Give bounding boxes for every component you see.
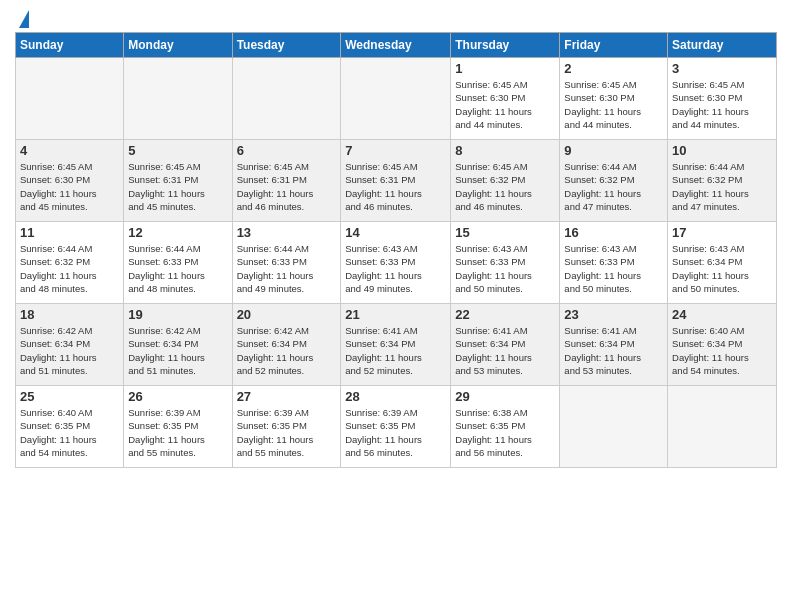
day-info: Sunrise: 6:42 AM Sunset: 6:34 PM Dayligh… <box>237 324 337 377</box>
day-info: Sunrise: 6:39 AM Sunset: 6:35 PM Dayligh… <box>128 406 227 459</box>
header <box>15 10 777 24</box>
calendar-cell: 9Sunrise: 6:44 AM Sunset: 6:32 PM Daylig… <box>560 140 668 222</box>
calendar-cell: 15Sunrise: 6:43 AM Sunset: 6:33 PM Dayli… <box>451 222 560 304</box>
day-info: Sunrise: 6:38 AM Sunset: 6:35 PM Dayligh… <box>455 406 555 459</box>
page: SundayMondayTuesdayWednesdayThursdayFrid… <box>0 0 792 612</box>
day-number: 21 <box>345 307 446 322</box>
calendar-cell: 20Sunrise: 6:42 AM Sunset: 6:34 PM Dayli… <box>232 304 341 386</box>
day-number: 3 <box>672 61 772 76</box>
calendar-cell: 3Sunrise: 6:45 AM Sunset: 6:30 PM Daylig… <box>668 58 777 140</box>
day-info: Sunrise: 6:45 AM Sunset: 6:31 PM Dayligh… <box>128 160 227 213</box>
day-number: 7 <box>345 143 446 158</box>
calendar-cell: 7Sunrise: 6:45 AM Sunset: 6:31 PM Daylig… <box>341 140 451 222</box>
day-info: Sunrise: 6:45 AM Sunset: 6:30 PM Dayligh… <box>455 78 555 131</box>
day-info: Sunrise: 6:39 AM Sunset: 6:35 PM Dayligh… <box>237 406 337 459</box>
week-row-4: 18Sunrise: 6:42 AM Sunset: 6:34 PM Dayli… <box>16 304 777 386</box>
calendar-cell: 11Sunrise: 6:44 AM Sunset: 6:32 PM Dayli… <box>16 222 124 304</box>
calendar-cell: 29Sunrise: 6:38 AM Sunset: 6:35 PM Dayli… <box>451 386 560 468</box>
logo-area <box>15 10 29 24</box>
calendar-cell: 28Sunrise: 6:39 AM Sunset: 6:35 PM Dayli… <box>341 386 451 468</box>
day-info: Sunrise: 6:41 AM Sunset: 6:34 PM Dayligh… <box>345 324 446 377</box>
day-number: 25 <box>20 389 119 404</box>
day-info: Sunrise: 6:42 AM Sunset: 6:34 PM Dayligh… <box>128 324 227 377</box>
calendar-cell: 21Sunrise: 6:41 AM Sunset: 6:34 PM Dayli… <box>341 304 451 386</box>
calendar-table: SundayMondayTuesdayWednesdayThursdayFrid… <box>15 32 777 468</box>
day-info: Sunrise: 6:41 AM Sunset: 6:34 PM Dayligh… <box>564 324 663 377</box>
day-number: 13 <box>237 225 337 240</box>
calendar-cell: 5Sunrise: 6:45 AM Sunset: 6:31 PM Daylig… <box>124 140 232 222</box>
day-number: 10 <box>672 143 772 158</box>
day-info: Sunrise: 6:40 AM Sunset: 6:34 PM Dayligh… <box>672 324 772 377</box>
day-number: 29 <box>455 389 555 404</box>
logo-icon <box>19 10 29 28</box>
calendar-cell: 27Sunrise: 6:39 AM Sunset: 6:35 PM Dayli… <box>232 386 341 468</box>
day-number: 1 <box>455 61 555 76</box>
calendar-cell: 6Sunrise: 6:45 AM Sunset: 6:31 PM Daylig… <box>232 140 341 222</box>
calendar-cell: 19Sunrise: 6:42 AM Sunset: 6:34 PM Dayli… <box>124 304 232 386</box>
calendar-cell <box>668 386 777 468</box>
calendar-cell: 22Sunrise: 6:41 AM Sunset: 6:34 PM Dayli… <box>451 304 560 386</box>
day-number: 9 <box>564 143 663 158</box>
day-info: Sunrise: 6:44 AM Sunset: 6:33 PM Dayligh… <box>128 242 227 295</box>
day-info: Sunrise: 6:45 AM Sunset: 6:32 PM Dayligh… <box>455 160 555 213</box>
calendar-cell <box>124 58 232 140</box>
week-row-5: 25Sunrise: 6:40 AM Sunset: 6:35 PM Dayli… <box>16 386 777 468</box>
day-number: 26 <box>128 389 227 404</box>
day-number: 17 <box>672 225 772 240</box>
logo-text <box>15 10 29 28</box>
day-info: Sunrise: 6:39 AM Sunset: 6:35 PM Dayligh… <box>345 406 446 459</box>
day-number: 28 <box>345 389 446 404</box>
week-row-2: 4Sunrise: 6:45 AM Sunset: 6:30 PM Daylig… <box>16 140 777 222</box>
day-number: 6 <box>237 143 337 158</box>
day-number: 14 <box>345 225 446 240</box>
week-row-1: 1Sunrise: 6:45 AM Sunset: 6:30 PM Daylig… <box>16 58 777 140</box>
weekday-header-sunday: Sunday <box>16 33 124 58</box>
calendar-cell: 2Sunrise: 6:45 AM Sunset: 6:30 PM Daylig… <box>560 58 668 140</box>
day-number: 15 <box>455 225 555 240</box>
day-number: 18 <box>20 307 119 322</box>
day-info: Sunrise: 6:45 AM Sunset: 6:31 PM Dayligh… <box>237 160 337 213</box>
day-info: Sunrise: 6:45 AM Sunset: 6:31 PM Dayligh… <box>345 160 446 213</box>
calendar-cell: 13Sunrise: 6:44 AM Sunset: 6:33 PM Dayli… <box>232 222 341 304</box>
calendar-cell: 12Sunrise: 6:44 AM Sunset: 6:33 PM Dayli… <box>124 222 232 304</box>
weekday-header-saturday: Saturday <box>668 33 777 58</box>
calendar-cell: 26Sunrise: 6:39 AM Sunset: 6:35 PM Dayli… <box>124 386 232 468</box>
day-info: Sunrise: 6:43 AM Sunset: 6:33 PM Dayligh… <box>455 242 555 295</box>
weekday-header-row: SundayMondayTuesdayWednesdayThursdayFrid… <box>16 33 777 58</box>
calendar-cell: 14Sunrise: 6:43 AM Sunset: 6:33 PM Dayli… <box>341 222 451 304</box>
week-row-3: 11Sunrise: 6:44 AM Sunset: 6:32 PM Dayli… <box>16 222 777 304</box>
calendar-cell: 8Sunrise: 6:45 AM Sunset: 6:32 PM Daylig… <box>451 140 560 222</box>
calendar-cell <box>16 58 124 140</box>
day-info: Sunrise: 6:43 AM Sunset: 6:33 PM Dayligh… <box>564 242 663 295</box>
day-number: 12 <box>128 225 227 240</box>
calendar-cell <box>560 386 668 468</box>
calendar-cell: 16Sunrise: 6:43 AM Sunset: 6:33 PM Dayli… <box>560 222 668 304</box>
day-info: Sunrise: 6:44 AM Sunset: 6:32 PM Dayligh… <box>20 242 119 295</box>
day-number: 24 <box>672 307 772 322</box>
calendar-cell: 17Sunrise: 6:43 AM Sunset: 6:34 PM Dayli… <box>668 222 777 304</box>
calendar-cell: 1Sunrise: 6:45 AM Sunset: 6:30 PM Daylig… <box>451 58 560 140</box>
calendar-cell <box>341 58 451 140</box>
calendar-cell: 25Sunrise: 6:40 AM Sunset: 6:35 PM Dayli… <box>16 386 124 468</box>
calendar-cell <box>232 58 341 140</box>
calendar-cell: 24Sunrise: 6:40 AM Sunset: 6:34 PM Dayli… <box>668 304 777 386</box>
weekday-header-friday: Friday <box>560 33 668 58</box>
day-number: 22 <box>455 307 555 322</box>
day-number: 23 <box>564 307 663 322</box>
day-info: Sunrise: 6:44 AM Sunset: 6:33 PM Dayligh… <box>237 242 337 295</box>
calendar-cell: 23Sunrise: 6:41 AM Sunset: 6:34 PM Dayli… <box>560 304 668 386</box>
weekday-header-monday: Monday <box>124 33 232 58</box>
day-info: Sunrise: 6:44 AM Sunset: 6:32 PM Dayligh… <box>564 160 663 213</box>
day-number: 11 <box>20 225 119 240</box>
day-info: Sunrise: 6:44 AM Sunset: 6:32 PM Dayligh… <box>672 160 772 213</box>
day-number: 8 <box>455 143 555 158</box>
day-info: Sunrise: 6:42 AM Sunset: 6:34 PM Dayligh… <box>20 324 119 377</box>
weekday-header-thursday: Thursday <box>451 33 560 58</box>
day-number: 16 <box>564 225 663 240</box>
day-info: Sunrise: 6:45 AM Sunset: 6:30 PM Dayligh… <box>20 160 119 213</box>
day-number: 27 <box>237 389 337 404</box>
day-info: Sunrise: 6:45 AM Sunset: 6:30 PM Dayligh… <box>672 78 772 131</box>
day-info: Sunrise: 6:45 AM Sunset: 6:30 PM Dayligh… <box>564 78 663 131</box>
day-info: Sunrise: 6:41 AM Sunset: 6:34 PM Dayligh… <box>455 324 555 377</box>
day-info: Sunrise: 6:40 AM Sunset: 6:35 PM Dayligh… <box>20 406 119 459</box>
